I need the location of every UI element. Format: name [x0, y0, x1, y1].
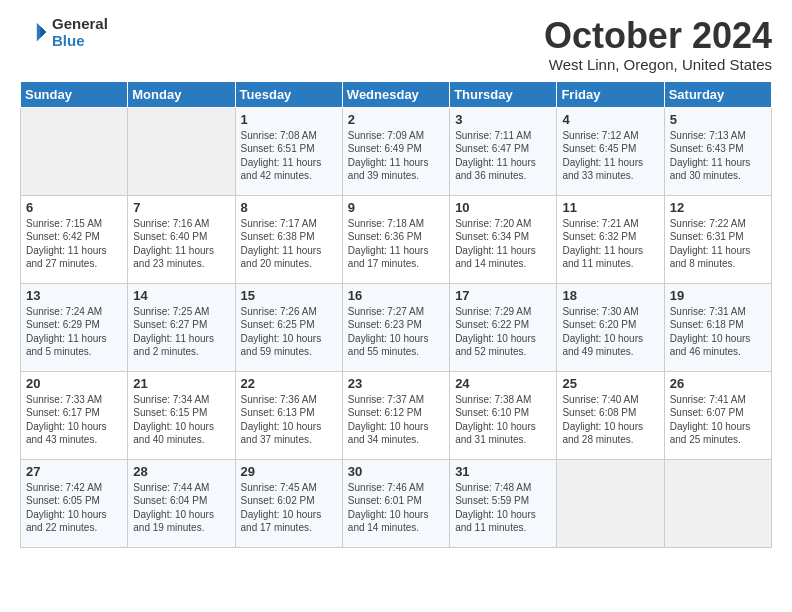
day-number: 20: [26, 376, 122, 391]
day-detail: Sunrise: 7:27 AMSunset: 6:23 PMDaylight:…: [348, 305, 444, 359]
calendar-table: SundayMondayTuesdayWednesdayThursdayFrid…: [20, 81, 772, 548]
calendar-cell: 11Sunrise: 7:21 AMSunset: 6:32 PMDayligh…: [557, 195, 664, 283]
svg-marker-1: [41, 26, 47, 37]
calendar-header-saturday: Saturday: [664, 81, 771, 107]
logo-general: General: [52, 16, 108, 33]
day-number: 13: [26, 288, 122, 303]
day-detail: Sunrise: 7:17 AMSunset: 6:38 PMDaylight:…: [241, 217, 337, 271]
page-header: General Blue October 2024 West Linn, Ore…: [20, 16, 772, 73]
calendar-cell: 1Sunrise: 7:08 AMSunset: 6:51 PMDaylight…: [235, 107, 342, 195]
calendar-cell: 8Sunrise: 7:17 AMSunset: 6:38 PMDaylight…: [235, 195, 342, 283]
calendar-cell: 29Sunrise: 7:45 AMSunset: 6:02 PMDayligh…: [235, 459, 342, 547]
day-number: 17: [455, 288, 551, 303]
calendar-header-monday: Monday: [128, 81, 235, 107]
calendar-cell: 6Sunrise: 7:15 AMSunset: 6:42 PMDaylight…: [21, 195, 128, 283]
day-number: 21: [133, 376, 229, 391]
calendar-cell: 15Sunrise: 7:26 AMSunset: 6:25 PMDayligh…: [235, 283, 342, 371]
calendar-cell: [664, 459, 771, 547]
calendar-week-row: 20Sunrise: 7:33 AMSunset: 6:17 PMDayligh…: [21, 371, 772, 459]
calendar-cell: 30Sunrise: 7:46 AMSunset: 6:01 PMDayligh…: [342, 459, 449, 547]
calendar-cell: 24Sunrise: 7:38 AMSunset: 6:10 PMDayligh…: [450, 371, 557, 459]
day-number: 30: [348, 464, 444, 479]
calendar-header-friday: Friday: [557, 81, 664, 107]
calendar-cell: 13Sunrise: 7:24 AMSunset: 6:29 PMDayligh…: [21, 283, 128, 371]
logo-text: General Blue: [52, 16, 108, 49]
day-detail: Sunrise: 7:34 AMSunset: 6:15 PMDaylight:…: [133, 393, 229, 447]
day-detail: Sunrise: 7:13 AMSunset: 6:43 PMDaylight:…: [670, 129, 766, 183]
calendar-cell: 12Sunrise: 7:22 AMSunset: 6:31 PMDayligh…: [664, 195, 771, 283]
day-number: 9: [348, 200, 444, 215]
day-number: 2: [348, 112, 444, 127]
logo: General Blue: [20, 16, 108, 49]
day-number: 18: [562, 288, 658, 303]
day-detail: Sunrise: 7:11 AMSunset: 6:47 PMDaylight:…: [455, 129, 551, 183]
day-number: 3: [455, 112, 551, 127]
day-detail: Sunrise: 7:25 AMSunset: 6:27 PMDaylight:…: [133, 305, 229, 359]
day-detail: Sunrise: 7:46 AMSunset: 6:01 PMDaylight:…: [348, 481, 444, 535]
day-number: 7: [133, 200, 229, 215]
day-detail: Sunrise: 7:15 AMSunset: 6:42 PMDaylight:…: [26, 217, 122, 271]
day-detail: Sunrise: 7:21 AMSunset: 6:32 PMDaylight:…: [562, 217, 658, 271]
day-number: 26: [670, 376, 766, 391]
calendar-cell: 7Sunrise: 7:16 AMSunset: 6:40 PMDaylight…: [128, 195, 235, 283]
day-detail: Sunrise: 7:38 AMSunset: 6:10 PMDaylight:…: [455, 393, 551, 447]
day-detail: Sunrise: 7:33 AMSunset: 6:17 PMDaylight:…: [26, 393, 122, 447]
calendar-cell: 27Sunrise: 7:42 AMSunset: 6:05 PMDayligh…: [21, 459, 128, 547]
day-number: 28: [133, 464, 229, 479]
day-number: 4: [562, 112, 658, 127]
day-detail: Sunrise: 7:09 AMSunset: 6:49 PMDaylight:…: [348, 129, 444, 183]
day-number: 11: [562, 200, 658, 215]
logo-icon: [20, 19, 48, 47]
calendar-cell: 28Sunrise: 7:44 AMSunset: 6:04 PMDayligh…: [128, 459, 235, 547]
day-detail: Sunrise: 7:40 AMSunset: 6:08 PMDaylight:…: [562, 393, 658, 447]
calendar-header-row: SundayMondayTuesdayWednesdayThursdayFrid…: [21, 81, 772, 107]
day-number: 23: [348, 376, 444, 391]
calendar-header-tuesday: Tuesday: [235, 81, 342, 107]
day-number: 27: [26, 464, 122, 479]
day-number: 14: [133, 288, 229, 303]
logo-blue: Blue: [52, 33, 108, 50]
day-number: 10: [455, 200, 551, 215]
day-detail: Sunrise: 7:08 AMSunset: 6:51 PMDaylight:…: [241, 129, 337, 183]
calendar-week-row: 1Sunrise: 7:08 AMSunset: 6:51 PMDaylight…: [21, 107, 772, 195]
day-number: 24: [455, 376, 551, 391]
calendar-cell: 9Sunrise: 7:18 AMSunset: 6:36 PMDaylight…: [342, 195, 449, 283]
calendar-header-wednesday: Wednesday: [342, 81, 449, 107]
day-detail: Sunrise: 7:36 AMSunset: 6:13 PMDaylight:…: [241, 393, 337, 447]
calendar-cell: 17Sunrise: 7:29 AMSunset: 6:22 PMDayligh…: [450, 283, 557, 371]
day-detail: Sunrise: 7:31 AMSunset: 6:18 PMDaylight:…: [670, 305, 766, 359]
calendar-cell: 4Sunrise: 7:12 AMSunset: 6:45 PMDaylight…: [557, 107, 664, 195]
day-number: 29: [241, 464, 337, 479]
day-number: 19: [670, 288, 766, 303]
day-number: 1: [241, 112, 337, 127]
calendar-cell: 10Sunrise: 7:20 AMSunset: 6:34 PMDayligh…: [450, 195, 557, 283]
calendar-cell: 18Sunrise: 7:30 AMSunset: 6:20 PMDayligh…: [557, 283, 664, 371]
day-detail: Sunrise: 7:24 AMSunset: 6:29 PMDaylight:…: [26, 305, 122, 359]
day-detail: Sunrise: 7:30 AMSunset: 6:20 PMDaylight:…: [562, 305, 658, 359]
day-detail: Sunrise: 7:44 AMSunset: 6:04 PMDaylight:…: [133, 481, 229, 535]
day-detail: Sunrise: 7:18 AMSunset: 6:36 PMDaylight:…: [348, 217, 444, 271]
day-detail: Sunrise: 7:45 AMSunset: 6:02 PMDaylight:…: [241, 481, 337, 535]
calendar-cell: [128, 107, 235, 195]
day-detail: Sunrise: 7:20 AMSunset: 6:34 PMDaylight:…: [455, 217, 551, 271]
month-title: October 2024: [544, 16, 772, 56]
day-detail: Sunrise: 7:48 AMSunset: 5:59 PMDaylight:…: [455, 481, 551, 535]
calendar-header-sunday: Sunday: [21, 81, 128, 107]
day-detail: Sunrise: 7:22 AMSunset: 6:31 PMDaylight:…: [670, 217, 766, 271]
day-detail: Sunrise: 7:37 AMSunset: 6:12 PMDaylight:…: [348, 393, 444, 447]
calendar-cell: 26Sunrise: 7:41 AMSunset: 6:07 PMDayligh…: [664, 371, 771, 459]
day-number: 5: [670, 112, 766, 127]
calendar-cell: 19Sunrise: 7:31 AMSunset: 6:18 PMDayligh…: [664, 283, 771, 371]
day-detail: Sunrise: 7:12 AMSunset: 6:45 PMDaylight:…: [562, 129, 658, 183]
day-number: 6: [26, 200, 122, 215]
day-number: 8: [241, 200, 337, 215]
calendar-cell: 25Sunrise: 7:40 AMSunset: 6:08 PMDayligh…: [557, 371, 664, 459]
day-detail: Sunrise: 7:42 AMSunset: 6:05 PMDaylight:…: [26, 481, 122, 535]
calendar-cell: 5Sunrise: 7:13 AMSunset: 6:43 PMDaylight…: [664, 107, 771, 195]
calendar-cell: 2Sunrise: 7:09 AMSunset: 6:49 PMDaylight…: [342, 107, 449, 195]
calendar-week-row: 6Sunrise: 7:15 AMSunset: 6:42 PMDaylight…: [21, 195, 772, 283]
title-block: October 2024 West Linn, Oregon, United S…: [544, 16, 772, 73]
day-number: 12: [670, 200, 766, 215]
day-number: 15: [241, 288, 337, 303]
day-detail: Sunrise: 7:29 AMSunset: 6:22 PMDaylight:…: [455, 305, 551, 359]
